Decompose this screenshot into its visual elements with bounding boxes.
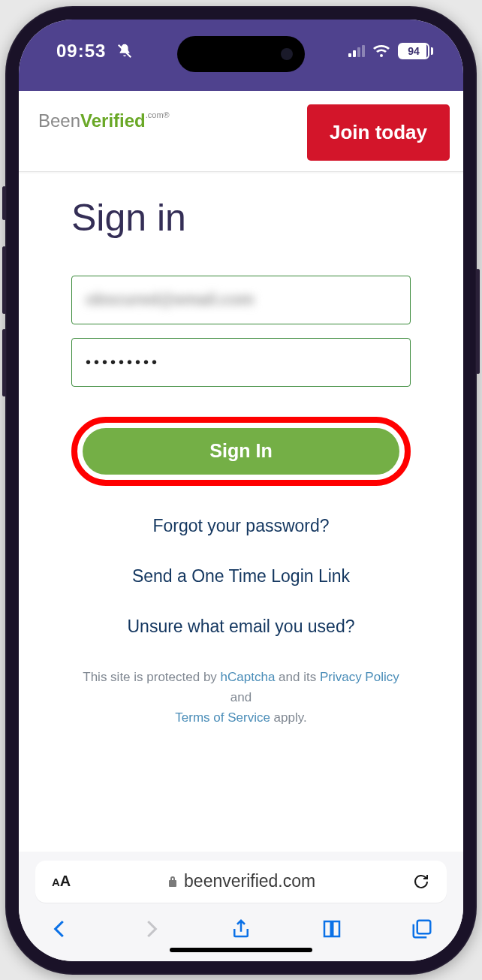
svg-rect-1 [417, 920, 431, 933]
bookmarks-button[interactable] [321, 918, 343, 940]
forward-button[interactable] [140, 918, 162, 940]
wifi-icon [372, 44, 390, 59]
signin-button-highlight: Sign In [71, 417, 411, 486]
signin-button[interactable]: Sign In [83, 428, 399, 475]
cellular-signal-icon [348, 45, 365, 57]
share-button[interactable] [230, 918, 252, 940]
phone-frame: 09:53 94 BeenVerified.com® Join today [5, 6, 477, 975]
url-box[interactable]: AA beenverified.com [35, 861, 447, 903]
privacy-policy-link[interactable]: Privacy Policy [320, 670, 399, 684]
battery-indicator: 94 [398, 43, 433, 59]
home-indicator[interactable] [170, 948, 312, 952]
site-header: BeenVerified.com® Join today [19, 91, 463, 172]
terms-of-service-link[interactable]: Terms of Service [175, 710, 270, 725]
screen: 09:53 94 BeenVerified.com® Join today [19, 20, 463, 961]
silent-mode-icon [116, 43, 133, 59]
onetime-login-link[interactable]: Send a One Time Login Link [71, 566, 411, 586]
lock-icon [167, 876, 178, 888]
page-title: Sign in [71, 196, 411, 240]
hcaptcha-link[interactable]: hCaptcha [221, 670, 276, 684]
dynamic-island [177, 36, 305, 72]
refresh-icon[interactable] [412, 873, 430, 891]
unsure-email-link[interactable]: Unsure what email you used? [71, 617, 411, 637]
signin-form: Sign in obscured@email.com ••••••••• Sig… [19, 172, 463, 852]
url-text: beenverified.com [184, 871, 315, 891]
email-field[interactable]: obscured@email.com [71, 276, 411, 324]
beenverified-logo: BeenVerified.com® [38, 110, 170, 131]
forgot-password-link[interactable]: Forgot your password? [71, 516, 411, 536]
join-today-button[interactable]: Join today [307, 104, 450, 161]
back-button[interactable] [49, 918, 71, 940]
legal-notice: This site is protected by hCaptcha and i… [71, 667, 411, 728]
safari-toolbar [19, 907, 463, 961]
text-size-button[interactable]: AA [52, 873, 71, 890]
safari-address-bar: AA beenverified.com [19, 852, 463, 907]
status-time: 09:53 [56, 41, 106, 62]
tabs-button[interactable] [411, 918, 433, 940]
password-field[interactable]: ••••••••• [71, 338, 411, 387]
